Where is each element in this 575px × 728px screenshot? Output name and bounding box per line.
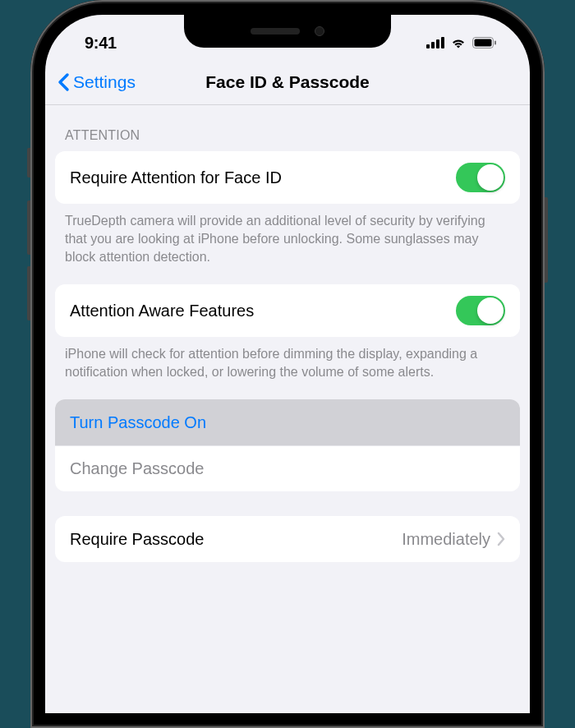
toggle-knob	[477, 164, 504, 191]
section-header-attention: ATTENTION	[45, 105, 530, 151]
aware-features-label: Attention Aware Features	[70, 302, 254, 320]
notch-camera	[315, 26, 324, 36]
require-passcode-detail: Immediately	[402, 530, 505, 549]
nav-bar: Settings Face ID & Passcode	[45, 59, 530, 105]
chevron-right-icon	[497, 532, 505, 546]
chevron-left-icon	[57, 72, 70, 92]
svg-rect-6	[494, 41, 496, 45]
require-passcode-label: Require Passcode	[70, 530, 204, 549]
require-attention-footer: TrueDepth camera will provide an additio…	[45, 204, 530, 284]
phone-frame: 9:41	[30, 0, 545, 728]
cell-group-passcode: Turn Passcode On Change Passcode	[55, 399, 520, 491]
phone-side-buttons-left	[27, 148, 30, 320]
battery-icon	[472, 37, 497, 48]
turn-passcode-on-row[interactable]: Turn Passcode On	[55, 399, 520, 445]
wifi-icon	[450, 37, 467, 48]
change-passcode-label: Change Passcode	[70, 459, 204, 478]
toggle-knob	[477, 297, 504, 324]
require-passcode-value: Immediately	[402, 530, 490, 549]
turn-passcode-on-label: Turn Passcode On	[70, 413, 206, 432]
svg-rect-5	[475, 39, 492, 47]
svg-rect-2	[436, 39, 439, 48]
cellular-icon	[426, 37, 444, 48]
status-time: 9:41	[85, 34, 117, 53]
page-title: Face ID & Passcode	[205, 72, 370, 92]
change-passcode-row[interactable]: Change Passcode	[55, 445, 520, 491]
screen: 9:41	[45, 15, 530, 713]
content[interactable]: ATTENTION Require Attention for Face ID …	[45, 105, 530, 562]
require-attention-label: Require Attention for Face ID	[70, 168, 282, 187]
back-label: Settings	[73, 72, 136, 92]
require-attention-toggle[interactable]	[456, 163, 505, 192]
aware-features-footer: iPhone will check for attention before d…	[45, 337, 530, 399]
require-passcode-row[interactable]: Require Passcode Immediately	[55, 516, 520, 562]
aware-features-row[interactable]: Attention Aware Features	[55, 284, 520, 337]
svg-rect-1	[431, 42, 435, 48]
status-icons	[426, 37, 497, 48]
phone-side-buttons-right	[545, 197, 548, 283]
svg-rect-3	[441, 37, 444, 48]
require-attention-row[interactable]: Require Attention for Face ID	[55, 151, 520, 204]
cell-group-require-passcode: Require Passcode Immediately	[55, 516, 520, 562]
notch-speaker	[251, 28, 300, 35]
aware-features-toggle[interactable]	[456, 296, 505, 325]
notch	[184, 15, 391, 48]
svg-rect-0	[426, 44, 430, 48]
cell-group-require-attention: Require Attention for Face ID	[55, 151, 520, 204]
cell-group-aware-features: Attention Aware Features	[55, 284, 520, 337]
back-button[interactable]: Settings	[57, 72, 136, 92]
